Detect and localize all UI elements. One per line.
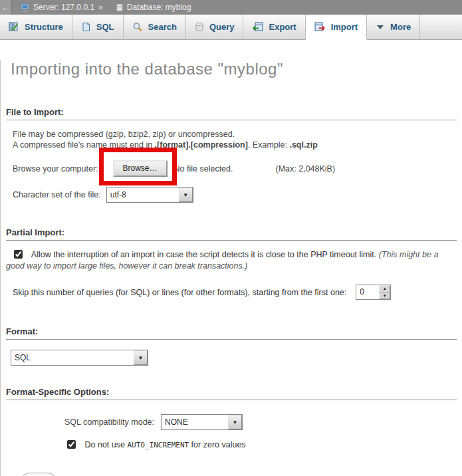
- tab-label: SQL: [96, 22, 114, 32]
- allow-interruption-label: Allow the interruption of an import in c…: [31, 250, 379, 259]
- sql-compatibility-value: NONE: [162, 415, 228, 429]
- filename-example-text: . Example:: [248, 140, 290, 150]
- auto-increment-checkbox[interactable]: [67, 440, 76, 449]
- database-icon: [116, 3, 124, 12]
- auto-increment-label: Do not use AUTO_INCREMENT for zero value…: [84, 440, 245, 449]
- skip-queries-input[interactable]: 0 ▲ ▼: [356, 285, 391, 300]
- skip-queries-value: 0: [356, 285, 379, 299]
- breadcrumb-bar: ← Server: 127.0.0.1 » Database: myblog: [0, 0, 462, 15]
- browse-label: Browse your computer:: [13, 164, 98, 174]
- breadcrumb-database[interactable]: Database: myblog: [127, 3, 191, 12]
- browse-row: Browse your computer: Browse… No file se…: [13, 160, 462, 177]
- dropdown-arrow-icon[interactable]: ▼: [134, 350, 148, 365]
- auto-increment-row: Do not use AUTO_INCREMENT for zero value…: [64, 438, 462, 451]
- section-heading-file-to-import: File to Import:: [6, 107, 457, 120]
- charset-select[interactable]: utf-8 ▼: [106, 187, 193, 203]
- no-file-selected-text: No file selected.: [174, 164, 233, 174]
- section-heading-partial-import: Partial Import:: [6, 227, 457, 241]
- export-icon: [252, 22, 263, 32]
- import-page: Importing into the database "myblog" Fil…: [0, 60, 462, 476]
- go-button[interactable]: Go: [21, 473, 57, 476]
- dropdown-arrow-icon[interactable]: ▼: [228, 415, 242, 429]
- auto-increment-label-pre: Do not use: [84, 440, 127, 449]
- filename-rule-text: A compressed file's name must end in: [13, 140, 155, 150]
- tab-import[interactable]: Import: [306, 15, 367, 40]
- skip-queries-label: Skip this number of queries (for SQL) or…: [13, 288, 346, 297]
- skip-queries-row: Skip this number of queries (for SQL) or…: [13, 285, 457, 300]
- chevron-down-icon: [376, 24, 385, 31]
- tab-label: Export: [269, 22, 296, 32]
- number-spinner: ▲ ▼: [379, 285, 390, 299]
- sql-compatibility-label: SQL compatibility mode:: [64, 417, 154, 427]
- breadcrumb-server[interactable]: Server: 127.0.0.1: [33, 3, 94, 12]
- section-heading-format: Format:: [6, 326, 457, 340]
- import-icon: [314, 22, 326, 32]
- tab-query[interactable]: Query: [186, 15, 244, 40]
- tab-bar-filler: [420, 15, 462, 40]
- max-size-note: (Max: 2,048KiB): [275, 164, 335, 174]
- back-button[interactable]: ←: [0, 0, 12, 15]
- page-title: Importing into the database "myblog": [11, 60, 462, 78]
- tab-label: Structure: [25, 22, 63, 32]
- sql-compatibility-row: SQL compatibility mode: NONE ▼: [64, 414, 462, 430]
- format-select[interactable]: SQL ▼: [11, 350, 148, 366]
- charset-selected-value: utf-8: [107, 187, 179, 202]
- back-arrow-icon: ←: [1, 3, 10, 13]
- tab-bar: Structure SQL Search Query: [0, 15, 462, 40]
- breadcrumb-separator: »: [98, 3, 103, 12]
- filename-format-bold: .[format].[compression]: [155, 140, 248, 150]
- spinner-down-icon[interactable]: ▼: [379, 293, 390, 300]
- search-icon: [132, 22, 143, 32]
- tab-sql[interactable]: SQL: [72, 15, 124, 40]
- sql-compatibility-select[interactable]: NONE ▼: [161, 414, 243, 430]
- tab-search[interactable]: Search: [124, 15, 186, 40]
- tab-structure[interactable]: Structure: [0, 15, 72, 40]
- browse-button[interactable]: Browse…: [113, 160, 168, 177]
- auto-increment-code: AUTO_INCREMENT: [127, 441, 189, 449]
- tab-export[interactable]: Export: [243, 15, 305, 40]
- tab-label: More: [390, 22, 411, 32]
- spinner-up-icon[interactable]: ▲: [379, 285, 390, 293]
- query-database-icon: [195, 22, 204, 32]
- section-heading-format-options: Format-Specific Options:: [6, 387, 457, 400]
- sql-page-icon: [81, 22, 91, 32]
- allow-interruption-checkbox[interactable]: [14, 250, 23, 259]
- dropdown-arrow-icon[interactable]: ▼: [179, 187, 193, 202]
- server-icon: [21, 3, 30, 12]
- tab-label: Import: [331, 22, 358, 32]
- auto-increment-label-post: for zero values: [189, 440, 245, 449]
- file-import-description: File may be compressed (gzip, bzip2, zip…: [13, 129, 455, 150]
- compression-info: File may be compressed (gzip, bzip2, zip…: [13, 130, 235, 139]
- charset-label: Character set of the file:: [13, 190, 101, 199]
- filename-example-bold: .sql.zip: [289, 140, 317, 150]
- charset-row: Character set of the file: utf-8 ▼: [13, 187, 462, 203]
- tab-more[interactable]: More: [367, 15, 420, 40]
- tab-label: Search: [148, 22, 177, 32]
- allow-interruption-row: Allow the interruption of an import in c…: [6, 249, 457, 272]
- structure-icon: [9, 22, 19, 32]
- tab-label: Query: [209, 22, 235, 32]
- format-selected-value: SQL: [11, 350, 134, 365]
